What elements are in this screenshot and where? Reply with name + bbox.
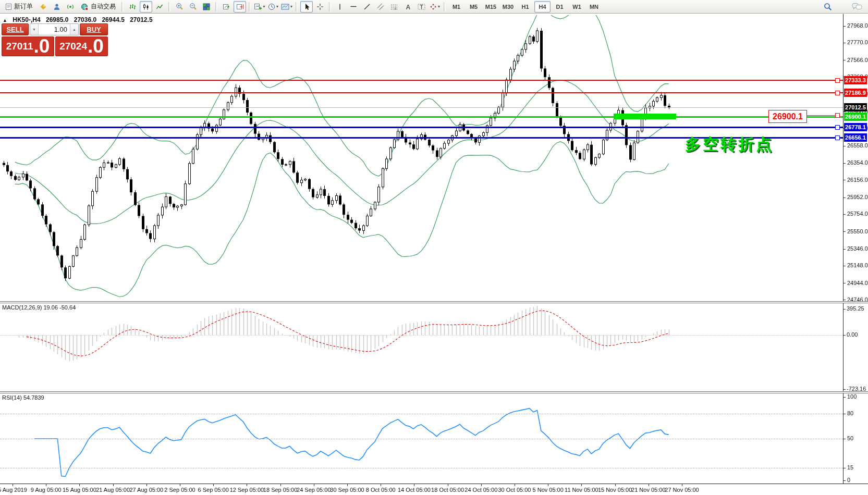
highlight-bar-object[interactable] [614,114,676,119]
buy-price-frac: .0 [88,39,104,54]
rsi-axis-label: 50 [847,435,853,441]
fibonacci-tool-button[interactable]: F [388,1,400,13]
trendline-tool-button[interactable] [361,1,373,13]
new-order-icon [5,3,12,10]
buy-price-main: 27024 [59,41,87,52]
macd-axis-tick [843,389,846,390]
auto-trading-button[interactable]: 自动交易 [78,1,119,13]
indicators-button[interactable] [37,1,50,13]
periods-button[interactable]: ▾ [267,1,279,13]
price-axis-tick [843,231,846,232]
callout-anchor-marker[interactable] [835,113,840,118]
arrows-tool-button[interactable]: ▾ [429,1,441,13]
fibonacci-icon: F [390,3,398,10]
sell-price-display[interactable]: 27011 .0 [2,36,54,56]
timeframe-h1-button[interactable]: H1 [517,1,533,13]
tile-windows-icon [203,3,210,10]
crosshair-button[interactable] [314,1,326,13]
equidistant-channel-tool-button[interactable] [374,1,387,13]
date-axis-border [0,484,868,484]
candlestick-mode-button[interactable] [140,1,152,13]
new-order-button[interactable]: 新订单 [2,1,36,13]
price-callout-box[interactable]: 26900.1 [768,110,807,123]
horizontal-level-line[interactable] [0,116,843,118]
zoom-in-icon [176,3,184,10]
price-level-badge: 27186.9 [844,89,867,97]
macd-label: MACD(12,26,9) 19.06 -50.64 [2,304,76,311]
macd-axis-tick [843,309,846,310]
buy-price-display[interactable]: 27024 .0 [55,36,108,56]
horizontal-line-tool-button[interactable] [347,1,360,13]
horizontal-line-icon [350,3,357,10]
rsi-axis-label: 15 [847,464,853,471]
rsi-axis-tick [843,468,846,468]
periods-clock-icon [268,3,275,10]
timeframe-m1-button[interactable]: M1 [448,1,464,13]
price-axis-label: 25346.0 [847,245,868,252]
vertical-line-tool-button[interactable] [334,1,346,13]
vertical-line-icon [337,3,343,10]
new-chart-button[interactable]: ▾ [253,1,266,13]
text-tool-button[interactable]: A [401,1,414,13]
signal-icon [67,3,74,10]
rsi-label: RSI(14) 54.7839 [2,394,44,401]
ohlc-bars-mode-button[interactable] [126,1,139,13]
timeframe-h4-button[interactable]: H4 [534,1,551,13]
price-level-badge: 26778.1 [844,123,867,131]
rsi-panel-separator[interactable] [0,391,868,393]
rsi-axis-tick [843,414,846,414]
search-icon [824,3,832,11]
price-axis-tick [843,300,846,300]
price-axis-tick [843,283,846,283]
market-watch-button[interactable] [51,1,63,13]
low-value: 26944.5 [102,16,124,23]
volume-decrease-icon[interactable]: ▼ [30,24,39,35]
price-axis-tick [843,94,846,95]
price-axis-label: 27770.0 [847,39,868,45]
zoom-in-button[interactable] [173,1,186,13]
price-axis-label: 27566.0 [847,57,868,63]
auto-scroll-icon [223,3,230,10]
volume-increase-icon[interactable]: ▲ [70,24,78,35]
timeframe-m5-button[interactable]: M5 [466,1,482,13]
close-value: 27012.5 [130,16,152,23]
horizontal-level-line[interactable] [0,92,843,93]
sell-button[interactable]: SELL [2,23,29,35]
macd-axis-zero: 0.00 [847,331,858,338]
price-chart-canvas[interactable] [0,0,843,495]
timeframe-d1-button[interactable]: D1 [552,1,568,13]
current-price-badge: 27012.5 [844,103,867,112]
price-level-badge: 26656.1 [844,133,867,142]
cursor-button[interactable] [300,1,313,13]
tile-windows-button[interactable] [200,1,213,13]
volume-stepper[interactable]: ▼ 1.00 ▲ [30,23,79,35]
ohlc-bars-icon [129,3,136,10]
timeframe-w1-button[interactable]: W1 [569,1,585,13]
price-axis-label: 25148.0 [847,262,868,268]
chart-shift-button[interactable] [234,1,246,13]
zoom-out-button[interactable] [187,1,199,13]
rsi-axis-label: 100 [847,393,857,400]
auto-scroll-button[interactable] [220,1,233,13]
timeframe-mn-button[interactable]: MN [586,1,602,13]
buy-button[interactable]: BUY [80,23,108,35]
price-axis-label: 25754.0 [847,211,868,217]
chinese-annotation-text[interactable]: 多空转折点 [685,134,774,155]
text-label-tool-button[interactable]: T [415,1,427,13]
timeframe-m15-button[interactable]: M15 [483,1,499,13]
templates-button[interactable]: ▾ [280,1,293,13]
rsi-axis-tick [843,439,846,439]
signal-button[interactable] [64,1,77,13]
volume-value[interactable]: 1.00 [39,24,70,35]
zoom-out-icon [189,3,197,10]
line-chart-mode-button[interactable] [153,1,166,13]
horizontal-level-line[interactable] [0,127,843,128]
timeframe-m30-button[interactable]: M30 [500,1,516,13]
macd-panel-separator[interactable] [0,301,868,303]
chat-button[interactable] [851,1,863,13]
price-axis-tick [843,163,846,164]
horizontal-level-line[interactable] [0,80,843,81]
price-axis-label: 25550.0 [847,228,868,234]
search-button[interactable] [822,1,834,13]
rsi-axis-tick [843,480,846,481]
